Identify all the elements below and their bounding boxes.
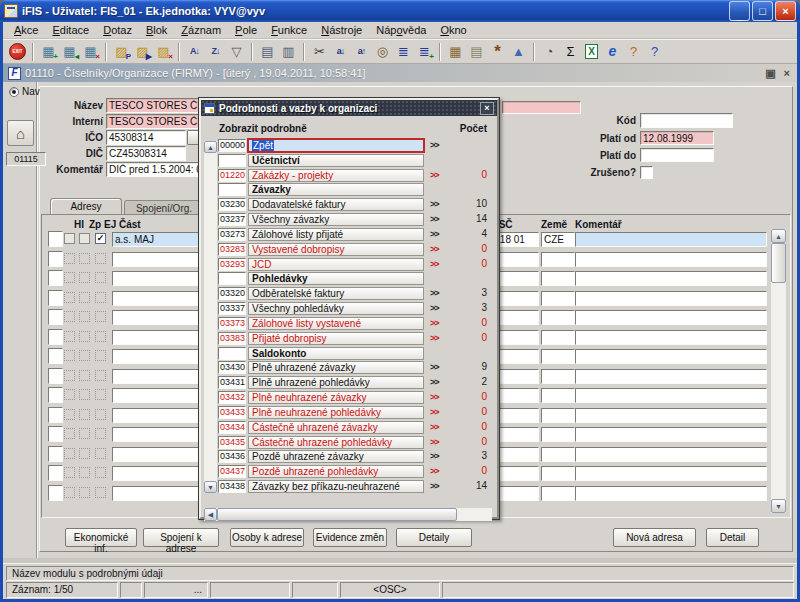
menu-item-funkce[interactable]: Funkce: [264, 23, 314, 37]
row-selector[interactable]: [48, 251, 63, 267]
dialog-row[interactable]: 03230Dodavatelské faktury>>10: [199, 198, 499, 211]
zeme-cell[interactable]: [541, 252, 575, 267]
zp-checkbox[interactable]: [79, 253, 90, 264]
row-drill-arrow[interactable]: >>: [430, 198, 452, 211]
dialog-row[interactable]: 03283Vystavené dobropisy>>0: [199, 243, 499, 256]
row-selector[interactable]: [48, 368, 63, 384]
scrollbar-thumb[interactable]: [771, 243, 786, 283]
kod-field[interactable]: [640, 113, 733, 128]
dialog-close-icon[interactable]: ×: [480, 102, 494, 115]
row-drill-arrow[interactable]: >>: [430, 421, 452, 434]
top-right-field[interactable]: [502, 101, 581, 114]
zeme-cell[interactable]: [541, 388, 575, 403]
zp-checkbox[interactable]: [79, 292, 90, 303]
zp-checkbox[interactable]: [79, 467, 90, 478]
clock-icon[interactable]: ◔: [539, 41, 560, 62]
row-drill-arrow[interactable]: >>: [430, 169, 452, 182]
sort-desc-icon[interactable]: Z↓: [205, 41, 226, 62]
module-building-icon[interactable]: ⌂: [7, 120, 34, 146]
help-icon[interactable]: ?: [644, 41, 665, 62]
zp-checkbox[interactable]: [79, 389, 90, 400]
ej-checkbox[interactable]: [95, 409, 106, 420]
menu-item-nstroje[interactable]: Nástroje: [314, 23, 369, 37]
hi-checkbox[interactable]: [64, 331, 75, 342]
row-drill-arrow[interactable]: >>: [430, 139, 452, 152]
excel-icon[interactable]: X: [581, 41, 602, 62]
row-selector[interactable]: [48, 407, 63, 423]
hi-checkbox[interactable]: [64, 428, 75, 439]
notes-icon[interactable]: ▤: [466, 41, 487, 62]
hi-checkbox[interactable]: [64, 370, 75, 381]
hi-checkbox[interactable]: [64, 233, 75, 244]
zp-checkbox[interactable]: [79, 370, 90, 381]
copy-field-icon[interactable]: a↑: [351, 41, 372, 62]
exit-icon[interactable]: EXIT: [7, 41, 28, 62]
komentar-cell[interactable]: [575, 466, 767, 481]
update-record-icon[interactable]: ▦◂: [59, 41, 80, 62]
zp-checkbox[interactable]: [79, 428, 90, 439]
dialog-row[interactable]: 00000Zpět>>: [199, 139, 499, 152]
row-selector[interactable]: [48, 329, 63, 345]
komentar-cell[interactable]: [575, 349, 767, 364]
row-drill-arrow[interactable]: >>: [430, 302, 452, 315]
scroll-down-icon[interactable]: ▼: [771, 499, 786, 513]
list-values-icon[interactable]: ≣: [393, 41, 414, 62]
ej-checkbox[interactable]: [95, 311, 106, 322]
dialog-row[interactable]: 01220Zakázky - projekty>>0: [199, 169, 499, 182]
ej-checkbox[interactable]: [95, 487, 106, 498]
menu-item-zznam[interactable]: Záznam: [174, 23, 228, 37]
ej-checkbox[interactable]: [95, 370, 106, 381]
dialog-row[interactable]: Pohledávky: [199, 272, 499, 285]
zp-checkbox[interactable]: [79, 350, 90, 361]
komentar-cell[interactable]: [575, 447, 767, 462]
zeme-cell[interactable]: CZE: [541, 232, 575, 247]
plati-od-field[interactable]: [640, 131, 714, 145]
ej-checkbox[interactable]: [95, 428, 106, 439]
dic-field[interactable]: [106, 146, 186, 161]
zeme-cell[interactable]: [541, 369, 575, 384]
dialog-row[interactable]: 03320Odběratelské faktury>>3: [199, 287, 499, 300]
nová-adresa-button[interactable]: Nová adresa: [613, 528, 696, 547]
child-close-button[interactable]: ×: [782, 67, 792, 79]
zeme-cell[interactable]: [541, 291, 575, 306]
user-help-icon[interactable]: ?: [623, 41, 644, 62]
row-drill-arrow[interactable]: >>: [430, 213, 452, 226]
komentar-cell[interactable]: [575, 310, 767, 325]
dialog-hscrollbar-thumb[interactable]: [217, 508, 457, 521]
row-drill-arrow[interactable]: >>: [430, 480, 452, 493]
komentar-cell[interactable]: [575, 369, 767, 384]
komentar-cell[interactable]: [575, 427, 767, 442]
dialog-row[interactable]: 03431Plně uhrazené pohledávky>>2: [199, 376, 499, 389]
calendar-icon[interactable]: ▦: [445, 41, 466, 62]
dialog-row[interactable]: 03293JCD>>0: [199, 258, 499, 271]
row-drill-arrow[interactable]: >>: [430, 450, 452, 463]
row-selector[interactable]: [48, 348, 63, 364]
dialog-scroll-left-icon[interactable]: ◀: [204, 508, 217, 521]
execute-query-icon[interactable]: ▨▶: [132, 41, 153, 62]
ekonomické-inf--button[interactable]: Ekonomické inf.: [65, 528, 137, 547]
menu-item-npovda[interactable]: Nápověda: [369, 23, 433, 37]
komentar-cell[interactable]: [575, 330, 767, 345]
enter-query-icon[interactable]: ▨P: [111, 41, 132, 62]
search-icon[interactable]: ◎: [372, 41, 393, 62]
hi-checkbox[interactable]: [64, 487, 75, 498]
row-drill-arrow[interactable]: >>: [430, 406, 452, 419]
plati-do-field[interactable]: [640, 148, 714, 162]
menu-item-dotaz[interactable]: Dotaz: [96, 23, 139, 37]
ej-checkbox[interactable]: ✓: [95, 233, 106, 244]
row-drill-arrow[interactable]: >>: [430, 376, 452, 389]
komentar-cell[interactable]: [575, 291, 767, 306]
zeme-cell[interactable]: [541, 271, 575, 286]
ej-checkbox[interactable]: [95, 272, 106, 283]
row-drill-arrow[interactable]: >>: [430, 436, 452, 449]
print-preview-icon[interactable]: ▥: [278, 41, 299, 62]
row-selector[interactable]: [48, 446, 63, 462]
hi-checkbox[interactable]: [64, 350, 75, 361]
zeme-cell[interactable]: [541, 447, 575, 462]
zp-checkbox[interactable]: [79, 331, 90, 342]
row-selector[interactable]: [48, 290, 63, 306]
row-drill-arrow[interactable]: >>: [430, 465, 452, 478]
dialog-row[interactable]: Účetnictví: [199, 154, 499, 167]
dialog-row[interactable]: 03437Pozdě uhrazené pohledávky>>0: [199, 465, 499, 478]
spojení-k-adrese-button[interactable]: Spojení k adrese: [143, 528, 219, 547]
